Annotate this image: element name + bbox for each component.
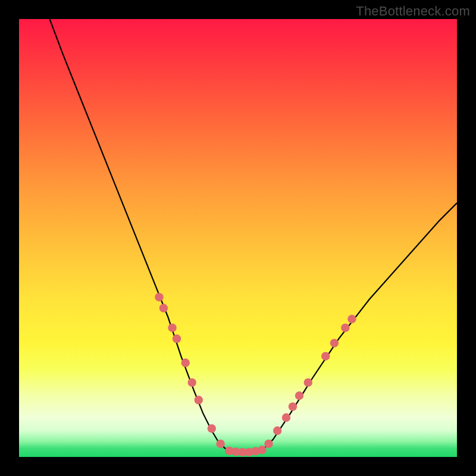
data-dot [159,304,168,312]
data-dot [273,427,281,435]
data-dots-group [155,293,356,456]
data-dot [321,352,330,361]
data-dot [216,440,224,448]
data-dot [341,324,349,332]
data-dot [173,334,181,343]
data-dot [347,315,356,323]
data-dot [330,339,339,347]
bottleneck-curve-path [50,19,458,453]
data-dot [258,446,266,454]
data-dot [195,396,203,404]
data-dot [264,440,273,448]
data-dot [155,293,163,301]
plot-area [19,19,457,457]
outer-frame: TheBottleneck.com [0,0,476,476]
data-dot [295,392,303,400]
watermark-text: TheBottleneck.com [356,4,470,19]
data-dot [181,359,190,367]
data-dot [188,378,196,387]
data-dot [289,402,297,411]
data-dot [208,424,216,433]
bottleneck-curve-svg [19,19,457,457]
data-dot [168,324,176,332]
data-dot [282,414,290,422]
data-dot [304,378,312,387]
